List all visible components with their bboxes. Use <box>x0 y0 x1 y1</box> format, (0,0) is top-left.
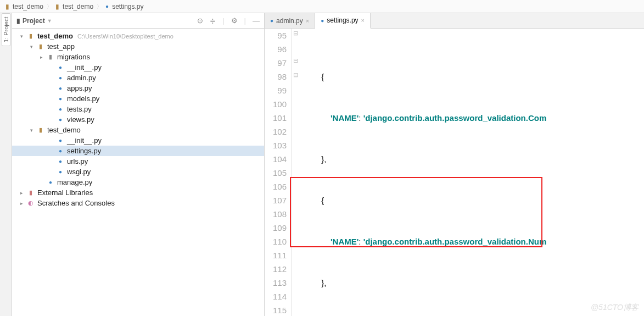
line-gutter[interactable]: 9596979899100101102103104105106107108109… <box>265 29 292 316</box>
crumb-2[interactable]: settings.py <box>112 3 143 10</box>
gear-icon[interactable]: ⚙ <box>231 16 238 25</box>
tab-admin[interactable]: ●admin.py× <box>265 13 315 28</box>
editor-tabs: ●admin.py× ●settings.py× <box>265 13 644 29</box>
scratch-icon: ◐ <box>26 199 35 208</box>
tree-file[interactable]: ●__init__.py <box>12 135 264 146</box>
breadcrumb: ▮ test_demo 〉 ▮ test_demo 〉 ● settings.p… <box>0 0 644 13</box>
tree-file[interactable]: ●admin.py <box>12 73 264 83</box>
python-file-icon: ● <box>270 18 273 24</box>
package-icon: ▮ <box>36 42 45 51</box>
python-file-icon: ● <box>321 18 324 24</box>
tree-scratches[interactable]: ▸◐Scratches and Consoles <box>12 198 264 208</box>
tab-settings[interactable]: ●settings.py× <box>315 13 371 29</box>
tree-external-libs[interactable]: ▸▮External Libraries <box>12 187 264 198</box>
python-file-icon: ● <box>56 168 65 176</box>
project-tree[interactable]: ▾▮test_demoC:\Users\Win10\Desktop\test_d… <box>12 29 264 316</box>
folder-icon: ▮ <box>16 17 20 25</box>
sidebar-title[interactable]: ▮ Project ▼ <box>16 17 52 25</box>
python-file-icon: ● <box>56 136 65 145</box>
tree-file-settings[interactable]: ●settings.py <box>12 146 264 156</box>
fold-column[interactable]: ⊟ ⊟ ⊟ <box>292 29 299 316</box>
python-file-icon: ● <box>56 63 65 72</box>
expand-icon[interactable]: ≑ <box>210 16 216 25</box>
divider-icon: | <box>244 16 246 25</box>
fold-icon[interactable]: ⊟ <box>293 71 298 79</box>
python-file-icon: ● <box>105 3 109 9</box>
tree-folder-migrations[interactable]: ▸▮migrations <box>12 52 264 62</box>
close-icon[interactable]: × <box>361 17 365 24</box>
code-content[interactable]: { 'NAME': 'django.contrib.auth.password_… <box>299 29 644 316</box>
python-file-icon: ● <box>56 84 65 93</box>
chevron-down-icon: ▼ <box>47 18 52 24</box>
chevron-icon: 〉 <box>97 3 102 10</box>
tree-file[interactable]: ●models.py <box>12 93 264 104</box>
fold-icon[interactable]: ⊟ <box>293 57 298 64</box>
library-icon: ▮ <box>26 189 35 197</box>
tree-folder-app[interactable]: ▾▮test_app <box>12 41 264 52</box>
python-file-icon: ● <box>46 178 55 187</box>
python-file-icon: ● <box>56 147 65 156</box>
editor-panel: ●admin.py× ●settings.py× 959697989910010… <box>265 13 644 316</box>
package-icon: ▮ <box>46 53 55 62</box>
tree-file[interactable]: ●urls.py <box>12 156 264 167</box>
tree-file[interactable]: ●tests.py <box>12 104 264 114</box>
python-file-icon: ● <box>56 74 65 82</box>
tree-file[interactable]: ●manage.py <box>12 177 264 187</box>
package-icon: ▮ <box>36 126 45 135</box>
divider-icon: | <box>222 16 224 25</box>
project-tool-tab[interactable]: 1: Project <box>2 13 10 46</box>
chevron-icon: 〉 <box>47 3 52 10</box>
tree-folder-demo[interactable]: ▾▮test_demo <box>12 125 264 135</box>
tree-file[interactable]: ●views.py <box>12 114 264 125</box>
close-icon[interactable]: × <box>306 18 309 24</box>
folder-open-icon: ▮ <box>26 32 35 41</box>
python-file-icon: ● <box>56 157 65 166</box>
minimize-icon[interactable]: — <box>253 16 260 25</box>
project-sidebar: ▮ Project ▼ ⊙ ≑ | ⚙ | — ▾▮test_demoC:\Us… <box>12 13 265 316</box>
tree-file[interactable]: ●apps.py <box>12 83 264 93</box>
tree-root[interactable]: ▾▮test_demoC:\Users\Win10\Desktop\test_d… <box>12 31 264 41</box>
tree-file[interactable]: ●wsgi.py <box>12 167 264 177</box>
collapse-target-icon[interactable]: ⊙ <box>197 16 203 25</box>
fold-icon[interactable]: ⊟ <box>293 30 298 37</box>
python-file-icon: ● <box>56 115 65 124</box>
crumb-1[interactable]: test_demo <box>63 3 93 10</box>
folder-icon: ▮ <box>55 3 59 10</box>
crumb-0[interactable]: test_demo <box>13 3 43 10</box>
tree-file[interactable]: ●__init__.py <box>12 62 264 73</box>
folder-icon: ▮ <box>5 3 9 10</box>
python-file-icon: ● <box>56 95 65 103</box>
tool-window-stripe[interactable]: 1: Project <box>0 13 12 316</box>
python-file-icon: ● <box>56 105 65 114</box>
code-editor[interactable]: 9596979899100101102103104105106107108109… <box>265 29 644 316</box>
sidebar-header: ▮ Project ▼ ⊙ ≑ | ⚙ | — <box>12 13 264 29</box>
